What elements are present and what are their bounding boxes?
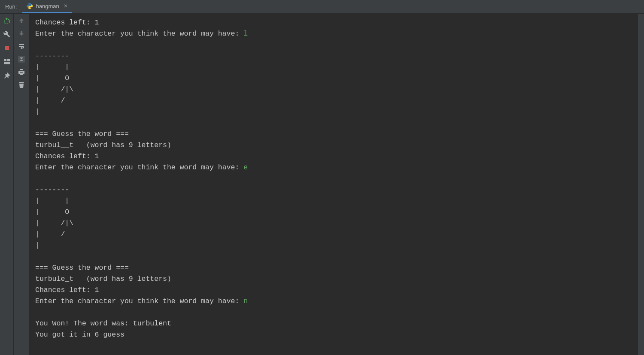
svg-rect-0 — [5, 46, 9, 50]
body-area: Chances left: 1 Enter the character you … — [0, 14, 644, 355]
console-line: Enter the character you think the word m… — [35, 163, 243, 171]
svg-rect-1 — [4, 59, 6, 61]
console-line: === Guess the word === — [35, 130, 129, 138]
console-line: turbule_t (word has 9 letters) — [35, 275, 171, 283]
up-arrow-icon[interactable] — [18, 17, 25, 24]
print-icon[interactable] — [18, 69, 25, 75]
console-line: | / — [35, 230, 65, 238]
console-line: -------- — [35, 52, 69, 60]
console-line: -------- — [35, 186, 69, 194]
console-line: | O — [35, 208, 69, 216]
console-line: | O — [35, 74, 69, 82]
console-line: You Won! The word was: turbulent — [35, 319, 171, 328]
svg-rect-3 — [4, 62, 10, 64]
pin-icon[interactable] — [3, 72, 10, 79]
left-toolbar — [0, 14, 14, 355]
tab-name: hangman — [36, 3, 59, 9]
console-line: Chances left: 1 — [35, 286, 99, 294]
secondary-toolbar — [14, 14, 29, 355]
scroll-to-end-icon[interactable] — [18, 56, 25, 63]
console-line: | | — [35, 197, 69, 205]
run-label: Run: — [0, 3, 22, 10]
wrench-icon[interactable] — [3, 31, 10, 38]
soft-wrap-icon[interactable] — [18, 43, 25, 50]
console-line: Enter the character you think the word m… — [35, 297, 243, 305]
user-input: e — [243, 163, 248, 171]
layout-icon[interactable] — [3, 58, 10, 65]
console-line: | | — [35, 63, 69, 71]
console-line: You got it in 6 guess — [35, 331, 125, 339]
console-line: === Guess the word === — [35, 264, 129, 272]
console-line: Chances left: 1 — [35, 18, 99, 27]
stop-icon[interactable] — [3, 45, 10, 51]
run-tool-header: Run: hangman ✕ — [0, 0, 644, 14]
scrollbar[interactable] — [638, 14, 644, 355]
user-input: n — [243, 297, 248, 305]
close-icon[interactable]: ✕ — [64, 3, 68, 9]
console-output[interactable]: Chances left: 1 Enter the character you … — [29, 14, 638, 355]
svg-rect-2 — [7, 59, 10, 61]
rerun-icon[interactable] — [3, 17, 10, 24]
trash-icon[interactable] — [18, 81, 25, 88]
down-arrow-icon[interactable] — [18, 30, 25, 37]
python-file-icon — [26, 3, 33, 9]
console-line: | / — [35, 96, 65, 105]
user-input: l — [243, 30, 248, 38]
console-line: turbul__t (word has 9 letters) — [35, 141, 171, 149]
console-line: | /|\ — [35, 219, 73, 227]
console-line: Enter the character you think the word m… — [35, 30, 243, 38]
console-line: Chances left: 1 — [35, 152, 99, 160]
console-line: | — [35, 108, 39, 116]
run-tab-hangman[interactable]: hangman ✕ — [22, 0, 72, 13]
console-line: | — [35, 241, 39, 250]
console-line: | /|\ — [35, 85, 73, 93]
